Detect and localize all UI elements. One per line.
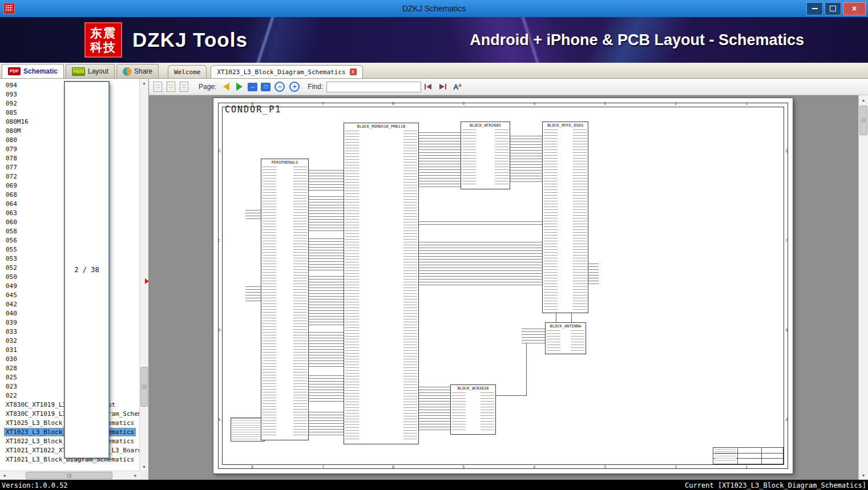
sidebar-item[interactable]: 028 bbox=[5, 365, 18, 372]
sidebar-item[interactable]: 085 bbox=[5, 109, 18, 116]
grid-ref-col: 4 bbox=[533, 102, 535, 106]
tab-schematic[interactable]: PDF Schematic bbox=[2, 64, 64, 78]
sidebar-item[interactable]: 040 bbox=[5, 310, 18, 317]
sidebar-item[interactable]: 080 bbox=[5, 136, 18, 144]
sidebar-item[interactable]: 050 bbox=[5, 273, 18, 281]
sidebar-item[interactable]: 093 bbox=[5, 91, 18, 98]
scrollbar-thumb[interactable] bbox=[859, 106, 867, 135]
sidebar-item[interactable]: 042 bbox=[5, 301, 18, 308]
sidebar-item[interactable]: 078 bbox=[5, 155, 18, 162]
sidebar-item[interactable]: 032 bbox=[5, 337, 18, 345]
page-input[interactable] bbox=[64, 82, 109, 458]
wire-bundle bbox=[308, 412, 344, 436]
zoom-out-icon[interactable]: − bbox=[274, 82, 285, 92]
block-peripherals: PERIPHERALS bbox=[261, 159, 309, 440]
sidebar-item[interactable]: 080M16 bbox=[5, 118, 30, 125]
find-input[interactable] bbox=[326, 82, 421, 92]
sidebar-item[interactable]: 045 bbox=[5, 291, 18, 299]
grid-ref-col: 6 bbox=[392, 465, 394, 469]
grid-ref-row: B bbox=[786, 329, 788, 333]
tab-bar: PDF Schematic PADS Layout Share Welcome … bbox=[0, 63, 868, 79]
snapshot-icon[interactable] bbox=[180, 82, 188, 92]
grid-ref-row: B bbox=[218, 329, 220, 333]
scroll-right-icon[interactable]: ► bbox=[131, 471, 140, 480]
tab-layout[interactable]: PADS Layout bbox=[66, 64, 115, 78]
previous-page-icon[interactable] bbox=[223, 83, 229, 91]
sidebar-item[interactable]: 092 bbox=[5, 100, 18, 107]
block-block_wtr2605: BLOCK_WTR2605 bbox=[461, 122, 510, 189]
sidebar-item[interactable]: 094 bbox=[5, 82, 18, 89]
sidebar-item[interactable]: 080M bbox=[5, 127, 22, 135]
title-block bbox=[713, 447, 784, 464]
splitter-collapse-icon[interactable] bbox=[145, 278, 149, 284]
minimize-button[interactable] bbox=[806, 2, 823, 15]
scrollbar-thumb[interactable] bbox=[140, 367, 148, 407]
app-banner: 东震 科技 DZKJ Tools Android + iPhone & PCB … bbox=[0, 17, 868, 63]
next-page-icon[interactable] bbox=[236, 83, 243, 91]
block-block_rffe_dsds: BLOCK_RFFE_DSDS bbox=[542, 122, 588, 313]
canvas-vertical-scrollbar[interactable]: ▲ ▼ bbox=[858, 95, 868, 480]
block-label: BLOCK_MSM8X10_PM8110 bbox=[345, 124, 418, 129]
scroll-up-icon[interactable]: ▲ bbox=[859, 95, 868, 104]
sidebar-item[interactable]: 052 bbox=[5, 264, 18, 272]
sidebar-item[interactable]: 063 bbox=[5, 209, 18, 217]
find-next-icon[interactable] bbox=[438, 83, 447, 91]
wire-bundle bbox=[522, 329, 545, 343]
sidebar-item[interactable]: 039 bbox=[5, 319, 18, 326]
share-icon bbox=[123, 67, 131, 76]
sidebar-item[interactable]: 060 bbox=[5, 218, 18, 226]
wire-bundle bbox=[308, 238, 344, 270]
grid-ref-row: A bbox=[218, 418, 220, 422]
tab-share[interactable]: Share bbox=[116, 64, 159, 78]
window-title: DZKJ Schematics bbox=[0, 4, 868, 13]
sidebar-item[interactable]: 031 bbox=[5, 346, 18, 354]
sidebar-item[interactable]: 030 bbox=[5, 355, 18, 363]
wire-bundle bbox=[418, 387, 450, 430]
copy-all-pages-icon[interactable] bbox=[167, 82, 175, 92]
wire-bundle bbox=[245, 286, 261, 301]
sidebar-item[interactable]: 022 bbox=[5, 392, 18, 399]
sidebar-item[interactable]: 023 bbox=[5, 383, 18, 390]
grid-ref-col: 1 bbox=[745, 465, 748, 469]
font-size-icon[interactable]: Aa bbox=[453, 82, 461, 91]
close-tab-icon[interactable]: x bbox=[350, 68, 357, 75]
grid-ref-col: 4 bbox=[533, 465, 535, 469]
doc-tab-welcome-label: Welcome bbox=[174, 68, 200, 76]
fit-page-icon[interactable]: □ bbox=[261, 83, 271, 91]
sidebar-item[interactable]: 058 bbox=[5, 228, 18, 235]
doc-tab-current[interactable]: XT1023_L3_Block_Diagram_Schematics x bbox=[211, 65, 362, 78]
sidebar-item[interactable]: 077 bbox=[5, 164, 18, 171]
sidebar-item[interactable]: 068 bbox=[5, 191, 18, 199]
sidebar-item[interactable]: 055 bbox=[5, 246, 18, 253]
sidebar-item[interactable]: 064 bbox=[5, 200, 18, 208]
zoom-in-icon[interactable]: + bbox=[289, 82, 300, 92]
doc-tab-welcome[interactable]: Welcome bbox=[168, 65, 207, 78]
sidebar-item[interactable]: 072 bbox=[5, 173, 18, 180]
scroll-left-icon[interactable]: ◄ bbox=[0, 471, 9, 480]
schematic-page[interactable]: CONDOR_P1 bbox=[213, 98, 793, 473]
grid-ref-col: 6 bbox=[392, 102, 394, 106]
sidebar-item[interactable]: 069 bbox=[5, 182, 18, 189]
maximize-button[interactable] bbox=[825, 2, 841, 15]
sidebar-item[interactable]: 053 bbox=[5, 255, 18, 262]
sidebar-horizontal-scrollbar[interactable]: ◄ ► bbox=[0, 471, 140, 480]
find-previous-icon[interactable] bbox=[423, 83, 433, 91]
scrollbar-thumb[interactable] bbox=[26, 472, 112, 479]
logo-text-top: 东震 bbox=[90, 26, 116, 40]
scroll-down-icon[interactable]: ▼ bbox=[859, 471, 868, 480]
close-button[interactable]: × bbox=[843, 2, 866, 15]
sidebar-item[interactable]: 033 bbox=[5, 328, 18, 335]
block-label: PERIPHERALS bbox=[262, 160, 308, 165]
sidebar-item[interactable]: 056 bbox=[5, 237, 18, 244]
fit-width-icon[interactable]: ↔ bbox=[248, 83, 257, 91]
schematic-canvas[interactable]: CONDOR_P1 bbox=[149, 95, 868, 480]
copy-page-icon[interactable] bbox=[154, 82, 162, 92]
block-label: BLOCK_ANTENNA bbox=[546, 324, 585, 329]
scroll-up-icon[interactable]: ▲ bbox=[140, 79, 148, 87]
sidebar-vertical-scrollbar[interactable]: ▲ ▼ bbox=[139, 79, 148, 471]
sidebar-item[interactable]: 049 bbox=[5, 282, 18, 290]
sidebar-item[interactable]: 079 bbox=[5, 145, 18, 153]
scroll-down-icon[interactable]: ▼ bbox=[140, 463, 148, 471]
sidebar-item[interactable]: 025 bbox=[5, 374, 18, 381]
wire bbox=[526, 343, 527, 396]
